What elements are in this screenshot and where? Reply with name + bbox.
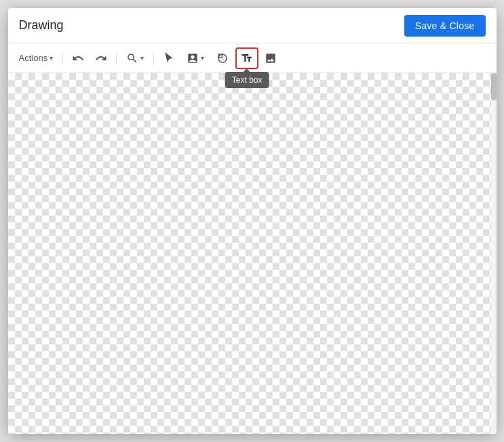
select-icon [163,52,175,64]
select-tool-button[interactable] [158,47,180,69]
line-tool-button[interactable]: ▾ [181,47,210,69]
image-tool-button[interactable] [260,47,282,69]
dialog-title: Drawing [19,18,64,33]
separator-1 [62,52,63,65]
textbox-icon [241,52,253,64]
zoom-button[interactable]: ▾ [121,47,149,69]
line-icon [187,52,199,64]
shapes-icon [216,52,229,64]
actions-button[interactable]: Actions ▾ [14,47,59,69]
zoom-icon [126,52,138,64]
actions-label: Actions [19,53,48,63]
undo-icon [72,52,84,64]
textbox-tool-wrapper: Text box [235,47,258,69]
redo-icon [95,52,107,64]
drawing-canvas[interactable] [8,73,497,434]
undo-button[interactable] [67,47,89,69]
shapes-tool-button[interactable] [211,47,234,69]
scrollbar-thumb[interactable] [491,73,497,100]
separator-2 [116,52,117,65]
zoom-chevron-icon: ▾ [140,54,144,62]
image-icon [265,52,277,64]
scrollbar-track[interactable] [491,73,497,434]
separator-3 [153,52,154,65]
actions-chevron-icon: ▾ [50,54,53,62]
save-close-button[interactable]: Save & Close [404,15,486,37]
drawing-dialog: Drawing Save & Close Actions ▾ [8,8,497,434]
toolbar: Actions ▾ [8,43,497,73]
line-chevron-icon: ▾ [201,54,204,62]
textbox-tool-button[interactable] [235,47,258,69]
title-bar: Drawing Save & Close [8,8,497,43]
redo-button[interactable] [90,47,112,69]
